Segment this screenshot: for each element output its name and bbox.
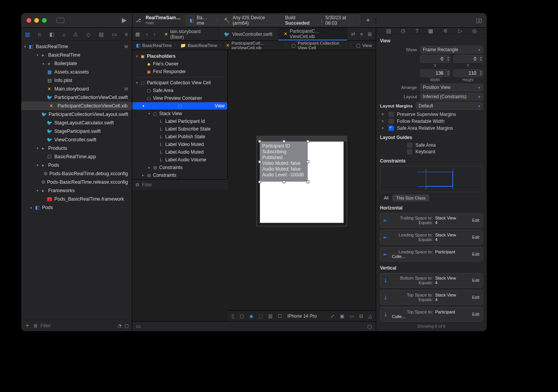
constraints-visual[interactable]	[380, 166, 483, 192]
outline-item[interactable]: ▣First Responder	[132, 68, 227, 75]
compare-button[interactable]: ⇄	[351, 31, 355, 37]
test-navigator-tab[interactable]: ◇	[86, 31, 91, 37]
plus-icon[interactable]: +	[380, 125, 385, 131]
seg-all[interactable]: All	[380, 194, 392, 201]
outline-item[interactable]: ▸⊟Constraints	[132, 171, 227, 179]
navigator-project-root[interactable]: ▾◧BasicRealTimeM	[21, 42, 132, 51]
navigator-item[interactable]: 🐦StageLayoutCalculator.swift	[21, 119, 132, 127]
ib-canvas[interactable]: Participant ID Subscribing Published Vid…	[228, 50, 376, 321]
filter-scope-icon[interactable]: ⊞	[34, 323, 37, 328]
resize-handle[interactable]	[259, 161, 261, 163]
outline-item[interactable]: LLabel Audio Muted	[132, 148, 227, 156]
connections-inspector-tab[interactable]: ◎	[472, 28, 477, 34]
pin-button[interactable]: ⊟	[359, 313, 363, 319]
outline-item[interactable]: LLabel Video Muted	[132, 141, 227, 148]
navigator-tree[interactable]: ▾◧BasicRealTimeM▾▸BasicRealTime▸▸Boilerp…	[21, 41, 132, 320]
outline-item[interactable]: ▢View Preview Container	[132, 94, 227, 102]
ib-scene-header[interactable]	[257, 136, 347, 142]
plus-icon[interactable]: +	[380, 111, 385, 117]
attributes-inspector-tab[interactable]: ⚟	[443, 28, 448, 34]
scheme-selector[interactable]: ⎇ RealTimeSam… main	[136, 15, 181, 25]
add-editor-button[interactable]: ⊞	[368, 31, 372, 37]
project-navigator-tab[interactable]: ▥	[25, 31, 30, 37]
navigator-item[interactable]: ▾▸Products	[21, 144, 132, 152]
add-button[interactable]: ＋	[360, 16, 376, 24]
outline-item[interactable]: ▸⊟Constraints	[132, 164, 227, 171]
device-selector[interactable]: iPhone 14 Pro	[287, 313, 317, 319]
layout-margin-option[interactable]: + Follow Readable Width	[380, 118, 483, 124]
navigator-item[interactable]: ✕Main.storyboardM	[21, 85, 132, 93]
editor-tab[interactable]: ✕lain.storyboard (Base)	[159, 28, 219, 40]
recent-filter-icon[interactable]: ◔	[118, 323, 121, 328]
outline-item[interactable]: ▢Safe Area	[132, 87, 227, 94]
navigator-item[interactable]: 🐦ParticipantCollectionViewLayout.swift	[21, 110, 132, 119]
resolve-button[interactable]: △	[368, 313, 372, 319]
outline-item[interactable]: ▾▢Participant Collection View Cell	[132, 79, 227, 87]
navigator-item[interactable]: ▸◧Pods	[21, 203, 132, 212]
jump-bar[interactable]: ◧ BasicRealTime 〉 📁 BasicRealTime 〉 ✕ Pa…	[132, 41, 376, 50]
symbol-navigator-tab[interactable]: ◧	[49, 31, 54, 37]
navigator-item[interactable]: 🐦StageParticipant.swift	[21, 127, 132, 136]
edit-constraint-button[interactable]: Edit	[472, 312, 479, 317]
breakpoint-navigator-tab[interactable]: ▭	[112, 31, 117, 37]
plus-icon[interactable]: +	[380, 118, 385, 124]
close-window-button[interactable]	[27, 18, 31, 23]
constraint-scope-segmented[interactable]: All This Size Class	[380, 194, 483, 201]
navigator-item[interactable]: ⚙Pods-BasicRealTime.release.xcconfig	[21, 178, 132, 186]
editor-tab[interactable]: ✕ParticipantC…ViewCell.xib	[278, 28, 348, 40]
edit-constraint-button[interactable]: Edit	[472, 235, 479, 240]
editor-tab[interactable]: 🐦ViewController.swift	[218, 28, 278, 40]
scm-filter-icon[interactable]: ▢	[124, 323, 129, 328]
width-field[interactable]: 136▴▾ Width	[420, 69, 450, 82]
navigator-item[interactable]: ✕ParticipantCollectionViewCell.xib	[21, 102, 132, 110]
issue-navigator-tab[interactable]: ⚠	[73, 31, 78, 37]
edit-constraint-button[interactable]: Edit	[472, 252, 479, 256]
debug-navigator-tab[interactable]: ▤	[99, 31, 104, 37]
navigator-item[interactable]: ⚙Pods-BasicRealTime.debug.xcconfig	[21, 169, 132, 178]
forward-button[interactable]: ›	[151, 28, 158, 40]
adjust-options-button[interactable]: ≡	[360, 31, 363, 37]
checkbox[interactable]	[388, 126, 394, 131]
constraint-card[interactable]: ⇤ Trailing Space to: Stack ViewEquals: 4…	[380, 213, 483, 228]
canvas-button-1[interactable]: ▢	[240, 313, 244, 319]
back-button[interactable]: ‹	[143, 28, 151, 40]
checkbox[interactable]	[388, 112, 394, 117]
outline-item[interactable]: LLabel Subscribe State	[132, 125, 227, 133]
outline-item[interactable]: LLabel Audio Volume	[132, 156, 227, 164]
y-field[interactable]: 0▴▾ Y	[453, 55, 483, 68]
toggle-navigator-button[interactable]	[57, 18, 64, 23]
ib-scene-frame[interactable]: Participant ID Subscribing Published Vid…	[257, 136, 347, 226]
outline-filter-input[interactable]	[142, 182, 225, 188]
checkbox[interactable]	[388, 119, 394, 124]
add-file-button[interactable]: ＋	[24, 322, 30, 330]
navigator-item[interactable]: 🐦ParticipantCollectionViewCell.swift	[21, 93, 132, 102]
edit-constraint-button[interactable]: Edit	[472, 278, 479, 283]
canvas-button-active[interactable]: ◉	[249, 313, 253, 319]
file-inspector-tab[interactable]: ▤	[386, 28, 391, 34]
constraint-card[interactable]: ⇤ Leading Space to: Participant Colle… E…	[380, 247, 483, 261]
navigator-item[interactable]: ▾▸BasicRealTime	[21, 51, 132, 59]
grid-button[interactable]: ▦	[132, 28, 143, 40]
outline-item[interactable]: LLabel Participant Id	[132, 117, 227, 125]
resize-handle[interactable]	[259, 181, 261, 183]
report-navigator-tab[interactable]: ≡	[124, 31, 128, 37]
checkbox[interactable]	[407, 142, 412, 148]
show-select[interactable]: Frame Rectangle ▾	[420, 46, 483, 54]
minimap-toggle[interactable]: ▢	[367, 323, 372, 329]
source-control-navigator-tab[interactable]: ⎌	[38, 31, 41, 37]
activity-viewer[interactable]: ◧ Ba…ime 〉 🔨 Any iOS Device (arm64) Buil…	[185, 15, 361, 25]
minimize-window-button[interactable]	[34, 18, 39, 23]
navigator-item[interactable]: ▦Assets.xcassets	[21, 68, 132, 76]
history-inspector-tab[interactable]: ◷	[401, 28, 405, 34]
identity-inspector-tab[interactable]: ▦	[428, 28, 433, 34]
constraint-card[interactable]: ⤓ Top Space to: Stack ViewEquals: 4 Edit	[380, 290, 483, 305]
height-field[interactable]: 110▴▾ Height	[453, 69, 483, 82]
debug-area-toggle[interactable]: ▭	[136, 323, 141, 329]
find-navigator-tab[interactable]: ⌕	[62, 31, 66, 37]
toggle-outline-button[interactable]: ▯	[232, 313, 234, 319]
help-inspector-tab[interactable]: ?	[415, 28, 418, 34]
toggle-inspector-button[interactable]: ▯▯	[476, 17, 482, 24]
align-button[interactable]: ▭	[350, 313, 354, 319]
canvas-button-2[interactable]: ⬚	[259, 313, 263, 319]
outline-item[interactable]: ◆File's Owner	[132, 60, 227, 68]
